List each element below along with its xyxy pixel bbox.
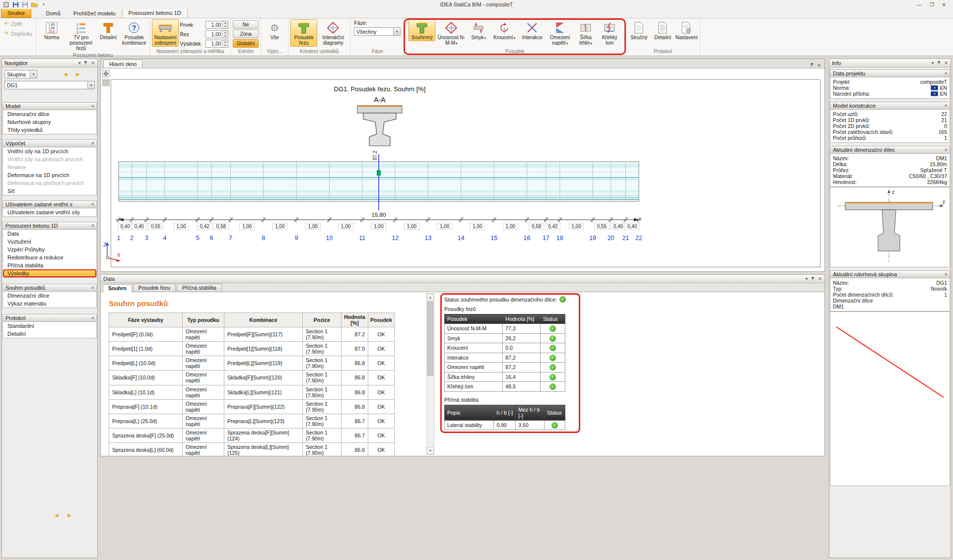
stability-row[interactable]: Lateral stability 0,90 3,50 ✓	[445, 420, 565, 430]
qat-dropdown-icon[interactable]: ▾	[40, 1, 48, 8]
norma-button[interactable]: 1,451,5025,8 Norma	[38, 19, 65, 41]
nav-item[interactable]: Vnitřní síly na 1D prvcích	[3, 147, 96, 155]
nav-item[interactable]: Data	[3, 230, 96, 238]
info-section-data-projektu[interactable]: Data projektu »	[830, 69, 950, 77]
status-row[interactable]: Smyk 26,2 ✓	[445, 333, 565, 343]
nav-item[interactable]: Příčná stabilita	[3, 261, 96, 269]
posudek-krehky-lom-button[interactable]: Křehký lom	[598, 19, 621, 47]
group-mode-dropdown[interactable]: Skupina ▾	[4, 70, 37, 78]
table-row[interactable]: Sprazena deska[L] (60.0d) Omezení napětí…	[109, 443, 395, 456]
nav-item[interactable]: Dimenzační dílce	[3, 110, 96, 118]
tab-souhrn[interactable]: Souhrn	[103, 284, 132, 292]
posudek-smyk-button[interactable]: Smyk▾	[467, 19, 490, 41]
extrem-zona-button[interactable]: Zóna	[233, 30, 259, 38]
chevron-down-icon[interactable]: ▾	[87, 81, 94, 89]
protokol-strucny-button[interactable]: Stručný	[627, 19, 650, 41]
spinner-up-icon[interactable]: ▲	[222, 40, 228, 44]
info-section-aktualni-skupina[interactable]: Aktuální návrhová skupina »	[830, 270, 950, 278]
nav-item[interactable]: Výsledky	[3, 269, 96, 277]
main-window-tab[interactable]: Hlavní okno	[103, 60, 142, 68]
save-all-icon[interactable]	[21, 1, 29, 8]
close-icon[interactable]: ✕	[817, 63, 821, 68]
nastaveni-zobrazeni-button[interactable]: Nastavení zobrazení	[152, 19, 179, 47]
nav-item[interactable]: Výkaz materiálu	[3, 300, 96, 308]
scroll-down-icon[interactable]: ▼	[427, 447, 434, 454]
scroll-thumb[interactable]	[427, 302, 433, 376]
close-icon[interactable]: ✕	[91, 61, 95, 65]
faze-dropdown[interactable]: Všechny ▾	[354, 27, 401, 36]
chevron-down-icon[interactable]: ▾	[393, 28, 400, 35]
nav-item[interactable]: Vnitřní síly na plošných prvcích	[3, 155, 96, 163]
status-row[interactable]: Křehký lom 48,5 ✓	[445, 382, 565, 392]
status-row[interactable]: Únosnost N-M-M 77,3 ✓	[445, 324, 565, 334]
section-header[interactable]: Posouzení betonu 1D »	[2, 222, 97, 230]
section-header[interactable]: Protokol »	[2, 314, 97, 322]
spinner-down-icon[interactable]: ▼	[222, 44, 228, 47]
design-group-dropdown[interactable]: DG1 ▾	[4, 81, 95, 89]
vypocet-vse-button[interactable]: ⚙ Vše	[263, 19, 286, 41]
nav-item[interactable]: Uživatelem zadané vnitřní síly	[3, 208, 96, 216]
status-row[interactable]: Omezení napětí 87,2 ✓	[445, 363, 565, 373]
section-header[interactable]: Model »	[2, 102, 97, 110]
table-row[interactable]: Sprazena deska[F] (25.0d) Omezení napětí…	[109, 428, 395, 442]
redo-button[interactable]: ↷ Dopředu	[2, 29, 34, 38]
open-icon[interactable]	[30, 1, 38, 8]
panel-menu-icon[interactable]: ▾	[806, 276, 808, 281]
tab-domu[interactable]: Domů	[39, 9, 67, 18]
nav-item[interactable]: Návrhové skupiny	[3, 118, 96, 126]
column-header[interactable]: Pozice	[303, 313, 341, 327]
posudek-sirka-trhlin-button[interactable]: Šířka trhlin▾	[574, 19, 597, 47]
spinner-arrows[interactable]: ▲ ▼	[222, 40, 228, 47]
pin-icon[interactable]	[83, 61, 88, 66]
pin-icon[interactable]	[810, 62, 814, 68]
tab-posouzeni-betonu-1d[interactable]: Posouzení betonu 1D	[122, 8, 188, 18]
table-row[interactable]: Skladka[F] (10.0d) Omezení napětí Skladk…	[109, 371, 395, 385]
chevron-down-icon[interactable]: ▾	[30, 70, 37, 78]
table-row[interactable]: Skladka[L] (10.1d) Omezení napětí Skladk…	[109, 385, 395, 399]
spinner-up-icon[interactable]: ▲	[222, 21, 228, 25]
pin-icon[interactable]	[937, 61, 941, 66]
scroll-up-icon[interactable]: ▲	[427, 294, 434, 301]
scroll-track[interactable]	[427, 301, 434, 447]
close-icon[interactable]: ✕	[818, 276, 822, 281]
nav-item[interactable]: Dimenzační dílce	[3, 292, 96, 300]
spinner-arrows[interactable]: ▲ ▼	[222, 21, 228, 28]
nav-item[interactable]: Síť	[3, 187, 96, 195]
posudek-souhrnny-button[interactable]: Souhrnný	[408, 19, 435, 41]
column-header[interactable]: Posudek	[368, 313, 395, 327]
extrem-ne-button[interactable]: Ne	[233, 20, 259, 29]
undo-button[interactable]: ↶ Zpět	[2, 19, 24, 28]
drawing-viewport[interactable]: DG1. Posudek řezu. Souhrn [%] A-A 87.215…	[111, 79, 820, 267]
spinner-input[interactable]: 1,00 ▲ ▼	[205, 40, 228, 48]
nav-item[interactable]: Standardní	[3, 322, 96, 330]
previous-group-button[interactable]: ◄	[61, 70, 70, 78]
close-button[interactable]: ✕	[942, 2, 946, 7]
save-icon[interactable]	[11, 1, 19, 8]
tab-soubor[interactable]: Soubor	[1, 8, 31, 18]
maximize-button[interactable]: ❐	[930, 2, 934, 7]
nav-item[interactable]: Vzpěr/ Průhyby	[3, 246, 96, 253]
info-section-aktualni-dilec[interactable]: Aktuální dimenzační dílec »	[830, 146, 950, 154]
tab-prohlizec-modelu[interactable]: Prohlížeč modelu	[67, 9, 122, 18]
main-drawing-area[interactable]: DG1. Posudek řezu. Souhrn [%] A-A 87.215…	[101, 68, 824, 271]
posudek-rezu-button[interactable]: Posudek řezu	[290, 19, 317, 47]
zoom-window-icon[interactable]	[102, 79, 110, 86]
column-header[interactable]: Kombinace	[224, 313, 303, 327]
spinner-input[interactable]: 1,00 ▲ ▼	[205, 21, 228, 29]
spinner-up-icon[interactable]: ▲	[222, 31, 228, 34]
table-row[interactable]: Predpeti[F] (0.0d) Omezení napětí Predpe…	[109, 327, 395, 342]
panel-menu-icon[interactable]: ▾	[78, 61, 81, 65]
nav-item[interactable]: Deformace na 1D prvcích	[3, 171, 96, 179]
posudek-omezeni-napeti-button[interactable]: Omezení napětí▾	[546, 19, 573, 47]
table-scrollbar[interactable]: ▲ ▼	[426, 293, 434, 455]
zoom-all-icon[interactable]	[102, 70, 110, 77]
column-header[interactable]: Typ posudku	[183, 313, 224, 327]
table-row[interactable]: Preprava[F] (10.1d) Omezení napětí Prepr…	[109, 399, 395, 414]
section-header[interactable]: Výpočet »	[2, 139, 97, 147]
column-header[interactable]: Fáze výstavby	[109, 313, 183, 327]
next-member-button[interactable]: ►	[65, 511, 74, 519]
spinner-down-icon[interactable]: ▼	[222, 25, 228, 28]
tv-posouzeni-rezu-button[interactable]: 123 TV pro posouzení řezů	[66, 19, 96, 53]
table-row[interactable]: Predpeti[L] (10.0d) Omezení napětí Predp…	[109, 356, 395, 371]
nav-item[interactable]: Třídy výsledků	[3, 126, 96, 134]
